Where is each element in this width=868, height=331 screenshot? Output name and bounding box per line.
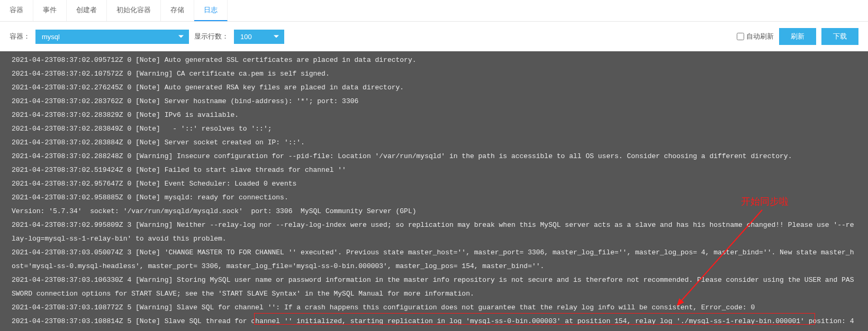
tab-2[interactable]: 创建者 [67,0,107,21]
log-line: 2021-04-23T08:37:02.283849Z 0 [Note] - '… [0,122,868,136]
log-line: 2021-04-23T08:37:02.283884Z 0 [Note] Ser… [0,136,868,150]
container-select[interactable]: mysql [35,30,189,44]
tab-5[interactable]: 日志 [194,0,228,21]
tab-4[interactable]: 存储 [161,0,194,21]
refresh-button[interactable]: 刷新 [779,28,816,45]
container-label: 容器： [10,32,30,41]
log-output[interactable]: 2021-04-23T08:37:02.095712Z 0 [Note] Aut… [0,51,868,331]
log-line: 2021-04-23T08:37:03.050074Z 3 [Note] 'CH… [0,246,868,273]
log-line: 2021-04-23T08:37:02.958885Z 0 [Note] mys… [0,191,868,205]
container-select-value: mysql [42,33,60,41]
tab-0[interactable]: 容器 [0,0,33,21]
log-line: 2021-04-23T08:37:02.283762Z 0 [Note] Ser… [0,95,868,108]
rows-select[interactable]: 100 [234,30,284,44]
log-line: 2021-04-23T08:37:02.107572Z 0 [Warning] … [0,67,868,81]
log-line: Version: '5.7.34' socket: '/var/run/mysq… [0,205,868,218]
tab-3[interactable]: 初始化容器 [107,0,161,21]
log-line: 2021-04-23T08:37:02.095712Z 0 [Note] Aut… [0,53,868,67]
log-line: 2021-04-23T08:37:03.108772Z 5 [Warning] … [0,301,868,315]
auto-refresh-input[interactable] [737,33,744,40]
tab-bar: 容器事件创建者初始化容器存储日志 [0,0,868,22]
download-button[interactable]: 下载 [821,28,858,45]
rows-label: 显示行数： [194,32,229,41]
log-line: 2021-04-23T08:37:02.276245Z 0 [Note] Aut… [0,81,868,95]
log-line: 2021-04-23T08:37:03.125679Z 4 [Note] Sla… [0,328,868,331]
log-line: 2021-04-23T08:37:03.108814Z 5 [Note] Sla… [0,315,868,328]
rows-select-value: 100 [240,33,252,41]
log-toolbar: 容器： mysql 显示行数： 100 自动刷新 刷新 下载 [0,22,868,51]
log-line: 2021-04-23T08:37:02.519424Z 0 [Note] Fai… [0,163,868,177]
log-line: 2021-04-23T08:37:02.957647Z 0 [Note] Eve… [0,177,868,191]
log-line: 2021-04-23T08:37:03.106330Z 4 [Warning] … [0,273,868,301]
auto-refresh-checkbox[interactable]: 自动刷新 [737,32,774,41]
log-line: 2021-04-23T08:37:02.288248Z 0 [Warning] … [0,150,868,163]
tab-1[interactable]: 事件 [33,0,67,21]
auto-refresh-label: 自动刷新 [746,32,774,41]
log-line: 2021-04-23T08:37:02.283829Z 0 [Note] IPv… [0,108,868,122]
log-line: 2021-04-23T08:37:02.995809Z 3 [Warning] … [0,218,868,246]
